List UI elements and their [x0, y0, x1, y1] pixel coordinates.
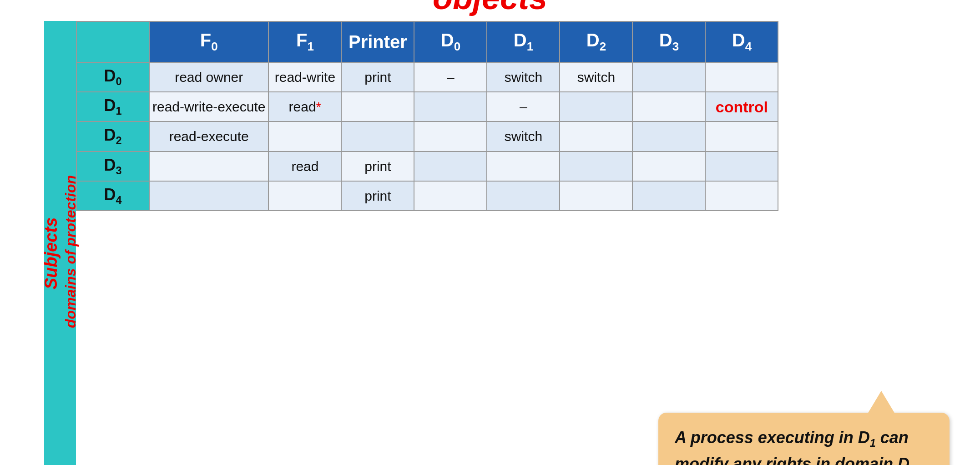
row-header-d0: D0	[76, 62, 149, 92]
access-control-table: F0 F1 Printer D0 D1 D2 D3 D4 D0 read own…	[76, 21, 778, 211]
cell-d1-d2	[560, 92, 632, 121]
cell-d4-d4	[705, 181, 778, 211]
cell-d1-d0	[414, 92, 487, 121]
cell-d4-d2	[560, 181, 632, 211]
row-header-d2: D2	[76, 121, 149, 151]
cell-d4-f1	[268, 181, 341, 211]
cell-d1-d3	[632, 92, 705, 121]
cell-d4-f0	[149, 181, 268, 211]
tooltip-bubble: A process executing in D1 can modify any…	[658, 413, 950, 465]
cell-d0-d1: switch	[487, 62, 560, 92]
sidebar-subjects: Subjects	[41, 217, 62, 289]
header-f1: F1	[268, 21, 341, 62]
cell-d3-d0	[414, 152, 487, 181]
cell-d3-printer: print	[341, 152, 414, 181]
cell-d4-d1	[487, 181, 560, 211]
cell-d0-printer: print	[341, 62, 414, 92]
cell-d2-d2	[560, 121, 632, 151]
cell-d0-d3	[632, 62, 705, 92]
cell-d2-f1	[268, 121, 341, 151]
header-f0: F0	[149, 21, 268, 62]
table-row: D2 read-execute switch	[76, 121, 778, 151]
sidebar-label: Subjects domains of protection	[44, 21, 76, 465]
header-empty	[76, 21, 149, 62]
cell-d2-printer	[341, 121, 414, 151]
header-d2: D2	[560, 21, 632, 62]
table-row: D1 read-write-execute read* – control	[76, 92, 778, 121]
table-wrapper: Subjects domains of protection F0 F1 Pri…	[44, 21, 936, 465]
cell-d2-d0	[414, 121, 487, 151]
cell-d3-f0	[149, 152, 268, 181]
row-header-d3: D3	[76, 152, 149, 181]
cell-d1-f0: read-write-execute	[149, 92, 268, 121]
cell-d2-d1: switch	[487, 121, 560, 151]
cell-d4-d0	[414, 181, 487, 211]
cell-d0-d0: –	[414, 62, 487, 92]
cell-d0-d4	[705, 62, 778, 92]
row-header-d1: D1	[76, 92, 149, 121]
cell-d1-d1: –	[487, 92, 560, 121]
header-printer: Printer	[341, 21, 414, 62]
table-row: D0 read owner read-write print – switch …	[76, 62, 778, 92]
table-row: D4 print	[76, 181, 778, 211]
cell-d3-d2	[560, 152, 632, 181]
cell-d3-d3	[632, 152, 705, 181]
objects-title: objects	[44, 0, 936, 16]
header-d4: D4	[705, 21, 778, 62]
header-d3: D3	[632, 21, 705, 62]
cell-d1-printer	[341, 92, 414, 121]
header-d1: D1	[487, 21, 560, 62]
cell-d2-f0: read-execute	[149, 121, 268, 151]
cell-d3-d4	[705, 152, 778, 181]
header-d0: D0	[414, 21, 487, 62]
row-header-d4: D4	[76, 181, 149, 211]
cell-d1-f1: read*	[268, 92, 341, 121]
cell-d0-f0: read owner	[149, 62, 268, 92]
cell-d1-d4: control	[705, 92, 778, 121]
main-container: objects Subjects domains of protection F…	[35, 0, 945, 465]
cell-d2-d3	[632, 121, 705, 151]
cell-d4-printer: print	[341, 181, 414, 211]
cell-d3-f1: read	[268, 152, 341, 181]
cell-d3-d1	[487, 152, 560, 181]
cell-d0-d2: switch	[560, 62, 632, 92]
cell-d0-f1: read-write	[268, 62, 341, 92]
cell-d2-d4	[705, 121, 778, 151]
cell-d4-d3	[632, 181, 705, 211]
table-row: D3 read print	[76, 152, 778, 181]
